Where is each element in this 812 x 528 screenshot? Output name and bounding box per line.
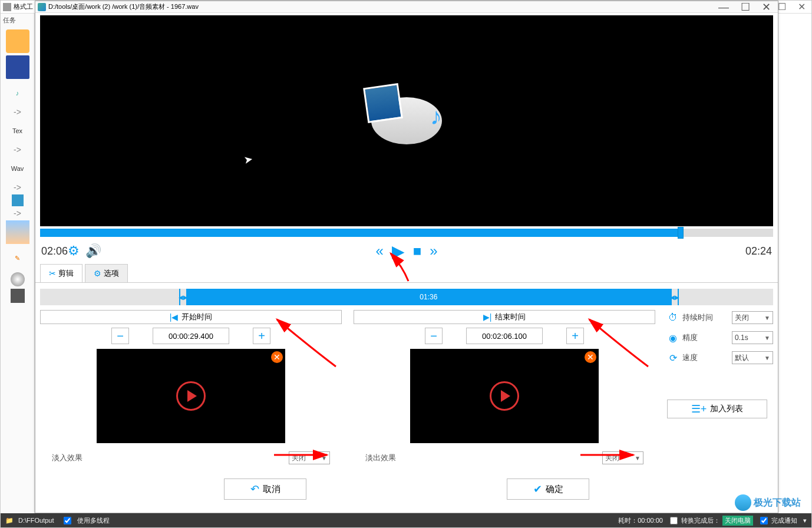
sidebar-disc-icon[interactable] bbox=[11, 272, 25, 286]
next-button[interactable]: » bbox=[430, 243, 437, 259]
start-thumb-play[interactable] bbox=[176, 381, 206, 411]
trim-handle-end[interactable]: ◀▶ bbox=[671, 289, 679, 305]
precision-select[interactable]: 0.1s▼ bbox=[732, 331, 773, 344]
play-button[interactable]: ▶ bbox=[392, 242, 405, 261]
add-to-list-button[interactable]: ☰+ 加入列表 bbox=[667, 400, 767, 418]
ok-button[interactable]: ✔ 确定 bbox=[507, 478, 589, 500]
duration-value: 关闭 bbox=[735, 313, 749, 323]
trim-track[interactable]: 01:36 ◀▶ ◀▶ bbox=[40, 289, 773, 305]
sidebar-audio-icon[interactable]: ♪ bbox=[6, 81, 29, 105]
progress-track[interactable] bbox=[40, 229, 773, 237]
watermark-text: 极光下载站 bbox=[754, 497, 801, 509]
precision-icon: ◉ bbox=[667, 332, 679, 344]
cancel-label: 取消 bbox=[263, 484, 280, 495]
sidebar-tex[interactable]: Tex bbox=[6, 119, 29, 143]
speed-select[interactable]: 默认▼ bbox=[732, 351, 773, 364]
tab-edit-label: 剪辑 bbox=[58, 268, 74, 279]
fade-in-label: 淡入效果 bbox=[52, 453, 82, 463]
watermark-icon bbox=[735, 494, 751, 511]
outer-title: 格式工 bbox=[14, 2, 33, 11]
speed-value: 默认 bbox=[735, 353, 749, 363]
sidebar-film-icon[interactable] bbox=[11, 289, 25, 303]
start-marker-icon: |◀ bbox=[170, 312, 179, 322]
elapsed-label: 耗时：00:00:00 bbox=[618, 516, 663, 525]
sidebar-folder-icon[interactable] bbox=[6, 29, 29, 53]
editor-app-icon bbox=[38, 3, 46, 11]
duration-select[interactable]: 关闭▼ bbox=[732, 311, 773, 324]
progress-fill bbox=[40, 229, 678, 237]
progress-handle[interactable] bbox=[678, 227, 684, 239]
editor-close[interactable]: ✕ bbox=[757, 2, 775, 12]
speed-icon: ⟳ bbox=[667, 352, 679, 364]
sidebar-arrow-3: -> bbox=[1, 183, 34, 192]
time-current: 02:06 bbox=[41, 245, 68, 258]
after-convert-label: 转换完成后： bbox=[681, 516, 720, 525]
editor-title: D:/tools/桌面/work (2) /work (1)/音频素材 - 19… bbox=[48, 2, 199, 11]
sidebar-arrow-2: -> bbox=[1, 145, 34, 154]
status-chevron-icon[interactable]: ▾ bbox=[803, 517, 807, 524]
start-time-button[interactable]: |◀ 开始时间 bbox=[40, 310, 342, 324]
chevron-down-icon: ▼ bbox=[635, 455, 641, 461]
end-time-input[interactable] bbox=[466, 328, 543, 344]
trim-handle-start[interactable]: ◀▶ bbox=[179, 289, 187, 305]
multithread-checkbox[interactable] bbox=[64, 517, 71, 524]
end-marker-icon: ▶| bbox=[483, 312, 492, 322]
check-icon: ✔ bbox=[533, 483, 542, 496]
sidebar-img-icon[interactable] bbox=[6, 220, 29, 244]
prev-button[interactable]: « bbox=[375, 243, 383, 259]
tab-options[interactable]: ⚙ 选项 bbox=[85, 264, 128, 282]
gear-icon: ⚙ bbox=[94, 269, 101, 278]
end-thumb-close[interactable]: ✕ bbox=[585, 351, 596, 363]
fade-out-value: 关闭 bbox=[605, 453, 619, 463]
tab-edit[interactable]: ✂ 剪辑 bbox=[40, 264, 82, 282]
end-time-button[interactable]: ▶| 结束时间 bbox=[354, 310, 655, 324]
chevron-down-icon: ▼ bbox=[764, 335, 770, 341]
end-plus-button[interactable]: + bbox=[566, 328, 584, 344]
speed-label: 速度 bbox=[682, 352, 698, 363]
end-minus-button[interactable]: − bbox=[425, 328, 443, 344]
stop-button[interactable]: ■ bbox=[413, 243, 422, 259]
time-total: 02:24 bbox=[745, 245, 772, 258]
start-time-input[interactable] bbox=[153, 328, 229, 344]
cancel-button[interactable]: ↶ 取消 bbox=[224, 478, 306, 500]
outer-close[interactable]: ✕ bbox=[794, 1, 809, 12]
sidebar-arrow-1: -> bbox=[1, 107, 34, 117]
start-minus-button[interactable]: − bbox=[111, 328, 129, 344]
end-thumb-play[interactable] bbox=[490, 381, 519, 411]
volume-icon[interactable]: 🔊 bbox=[85, 243, 101, 259]
trim-fill: 01:36 bbox=[187, 289, 671, 305]
precision-label: 精度 bbox=[682, 332, 698, 343]
left-sidebar: 任务 ♪ -> Tex -> Wav -> -> ✎ bbox=[1, 14, 35, 513]
fade-in-select[interactable]: 关闭▼ bbox=[289, 451, 330, 464]
precision-value: 0.1s bbox=[735, 334, 748, 342]
sidebar-arrow-4: -> bbox=[1, 209, 34, 218]
output-path[interactable]: D:\FFOutput bbox=[18, 517, 54, 524]
notify-checkbox[interactable] bbox=[760, 517, 768, 524]
status-bar: 📁 D:\FFOutput 使用多线程 耗时：00:00:00 转换完成后： 关… bbox=[1, 513, 811, 527]
sidebar-wav[interactable]: Wav bbox=[6, 157, 29, 180]
start-thumb-close[interactable]: ✕ bbox=[271, 351, 283, 363]
add-to-list-label: 加入列表 bbox=[710, 404, 743, 414]
scissors-icon: ✂ bbox=[49, 269, 56, 278]
after-convert-checkbox[interactable] bbox=[670, 517, 678, 524]
shutdown-option[interactable]: 关闭电脑 bbox=[722, 516, 753, 526]
fade-out-select[interactable]: 关闭▼ bbox=[602, 451, 643, 464]
editor-min[interactable]: — bbox=[714, 2, 734, 12]
chevron-down-icon: ▼ bbox=[764, 315, 770, 321]
multithread-label: 使用多线程 bbox=[77, 516, 110, 525]
fade-in-value: 关闭 bbox=[292, 453, 306, 463]
list-add-icon: ☰+ bbox=[691, 402, 707, 415]
start-plus-button[interactable]: + bbox=[253, 328, 270, 344]
editor-max[interactable]: ☐ bbox=[736, 2, 755, 12]
sidebar-pencil-icon[interactable]: ✎ bbox=[6, 246, 29, 270]
settings-icon[interactable]: ⚙ bbox=[68, 243, 80, 259]
sidebar-misc-1[interactable] bbox=[12, 194, 24, 206]
task-label: 任务 bbox=[1, 14, 34, 27]
tab-options-label: 选项 bbox=[104, 268, 119, 279]
folder-icon[interactable]: 📁 bbox=[5, 517, 14, 524]
preview-area: ♪ ➤ bbox=[40, 15, 773, 226]
fade-out-label: 淡出效果 bbox=[365, 453, 396, 463]
start-thumbnail: ✕ bbox=[97, 349, 285, 443]
sidebar-video-icon[interactable] bbox=[6, 55, 29, 79]
start-time-label: 开始时间 bbox=[181, 312, 212, 322]
